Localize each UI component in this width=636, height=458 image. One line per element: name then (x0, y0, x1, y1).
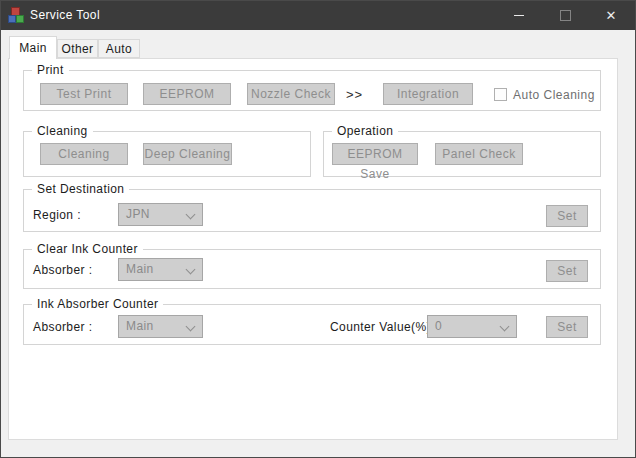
minimize-button[interactable] (496, 0, 542, 30)
ink-absorber-set-button[interactable]: Set (546, 316, 588, 338)
app-icon-blue-block (8, 15, 16, 23)
clear-absorber-dropdown[interactable]: Main (118, 258, 203, 281)
region-dropdown-value: JPN (126, 207, 150, 221)
test-print-button[interactable]: Test Print (40, 83, 128, 105)
region-label: Region : (33, 208, 81, 222)
region-dropdown[interactable]: JPN (118, 203, 203, 226)
tab-main[interactable]: Main (9, 36, 57, 59)
cleaning-group-label: Cleaning (32, 124, 93, 138)
app-blocks-icon (8, 7, 24, 23)
title-bar: Service Tool ✕ (0, 0, 636, 30)
maximize-button[interactable] (542, 0, 588, 30)
ink-absorber-counter-group-label: Ink Absorber Counter (32, 297, 163, 311)
integration-button[interactable]: Integration (383, 83, 473, 105)
maximize-icon (560, 10, 571, 21)
tab-other[interactable]: Other (57, 39, 98, 58)
counter-value-dropdown[interactable]: 0 (427, 315, 517, 338)
close-icon: ✕ (606, 9, 617, 22)
eeprom-save-button[interactable]: EEPROM Save (332, 143, 418, 165)
chevron-down-icon (186, 265, 196, 275)
cleaning-button[interactable]: Cleaning (40, 143, 128, 165)
service-tool-window: Service Tool ✕ Main Other Auto Print Tes… (0, 0, 636, 458)
set-destination-set-button[interactable]: Set (546, 205, 588, 227)
deep-cleaning-button[interactable]: Deep Cleaning (143, 143, 232, 165)
auto-cleaning-label: Auto Cleaning (513, 88, 595, 102)
panel-check-button[interactable]: Panel Check (435, 143, 523, 165)
clear-ink-set-button[interactable]: Set (546, 260, 588, 282)
double-chevron-separator: >> (346, 87, 363, 102)
ink-absorber-label: Absorber : (33, 320, 92, 334)
window-title: Service Tool (30, 8, 100, 22)
eeprom-button[interactable]: EEPROM (143, 83, 231, 105)
clear-absorber-dropdown-value: Main (126, 262, 154, 276)
ink-absorber-dropdown[interactable]: Main (118, 315, 203, 338)
clear-ink-counter-group-label: Clear Ink Counter (32, 242, 143, 256)
operation-group-label: Operation (332, 124, 398, 138)
app-icon-green-block (16, 15, 24, 23)
nozzle-check-button[interactable]: Nozzle Check (247, 83, 335, 105)
close-button[interactable]: ✕ (588, 0, 634, 30)
counter-value-label: Counter Value(%) : (330, 320, 438, 334)
tab-auto[interactable]: Auto (98, 39, 140, 58)
clear-ink-counter-group: Clear Ink Counter (23, 249, 601, 289)
chevron-down-icon (186, 210, 196, 220)
clear-absorber-label: Absorber : (33, 263, 92, 277)
chevron-down-icon (500, 322, 510, 332)
auto-cleaning-checkbox[interactable] (494, 88, 507, 101)
ink-absorber-dropdown-value: Main (126, 319, 154, 333)
set-destination-group: Set Destination (23, 189, 601, 232)
set-destination-group-label: Set Destination (32, 182, 129, 196)
minimize-icon (514, 15, 524, 16)
chevron-down-icon (186, 322, 196, 332)
counter-value-dropdown-value: 0 (435, 319, 442, 333)
print-group-label: Print (32, 63, 69, 77)
